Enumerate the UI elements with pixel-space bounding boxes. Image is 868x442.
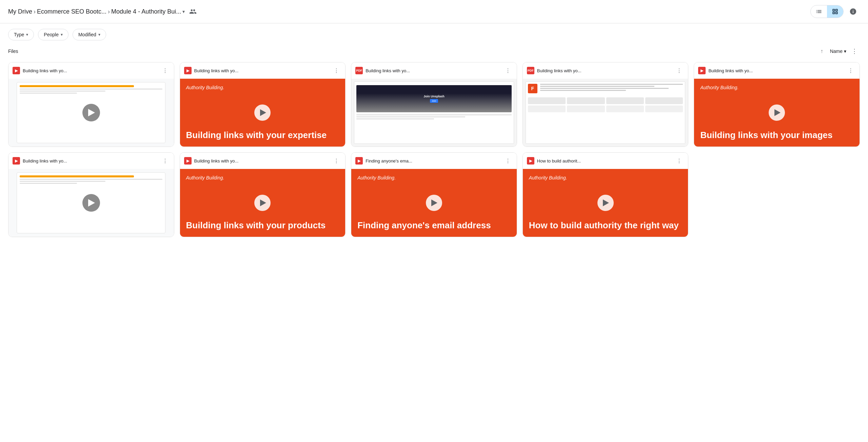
breadcrumb-ecommerce[interactable]: Ecommerce SEO Bootc... [37,8,106,15]
mockup-bar-6 [20,175,134,177]
file-card-1-header: ▶ Building links with yo... ⋮ [8,62,174,79]
play-triangle-icon-6 [88,199,95,207]
header: My Drive › Ecommerce SEO Bootc... › Modu… [0,0,868,23]
file-card-2[interactable]: ▶ Building links with yo... ⋮ Authority … [180,62,346,147]
file-card-4[interactable]: PDF Building links with yo... ⋮ F [522,62,689,147]
pdf-icon-3: PDF [355,67,363,74]
file-more-btn-4[interactable]: ⋮ [674,66,684,75]
file-more-btn-7[interactable]: ⋮ [332,156,341,166]
manage-people-button[interactable] [186,5,200,18]
mockup-line-shorter [20,93,77,94]
breadcrumb-my-drive[interactable]: My Drive [8,8,32,15]
file-card-6[interactable]: ▶ Building links with yo... ⋮ [8,152,174,237]
thumb-title-7: Building links with your products [186,220,339,231]
file-thumbnail-7: Authority Building. Building links with … [180,169,346,237]
sort-name-arrow: ▾ [844,49,846,54]
file-card-9-header: ▶ How to build authorit... ⋮ [523,153,688,169]
play-overlay-5 [769,104,785,121]
file-title-5: Building links with yo... [708,68,753,73]
file-more-btn-1[interactable]: ⋮ [160,66,170,75]
thumb-orange-9: Authority Building. How to build authori… [523,169,688,237]
thumb-screenshot-1 [8,79,174,147]
authority-label-8: Authority Building. [357,175,511,180]
file-thumbnail-4: F [523,79,688,147]
files-grid: ▶ Building links with yo... ⋮ [8,62,860,237]
file-more-btn-3[interactable]: ⋮ [503,66,513,75]
file-title-4: Building links with yo... [537,68,581,73]
modified-filter[interactable]: Modified ▾ [73,29,106,40]
play-triangle-icon [88,109,95,116]
authority-label-9: Authority Building. [529,175,682,180]
file-card-3[interactable]: PDF Building links with yo... ⋮ Join Uns… [351,62,517,147]
file-more-btn-5[interactable]: ⋮ [846,66,855,75]
file-card-6-title-row: ▶ Building links with yo... [13,157,67,165]
file-title-1: Building links with yo... [23,68,67,73]
files-more-options-button[interactable]: ⋮ [849,46,860,57]
file-card-8[interactable]: ▶ Finding anyone's ema... ⋮ Authority Bu… [351,152,517,237]
grid-icon [832,8,839,15]
file-card-1[interactable]: ▶ Building links with yo... ⋮ [8,62,174,147]
file-more-btn-9[interactable]: ⋮ [674,156,684,166]
file-thumbnail-1 [8,79,174,147]
people-filter[interactable]: People ▾ [38,29,68,40]
grid-view-button[interactable] [827,5,843,18]
sort-controls: ↑ Name ▾ ⋮ [816,46,860,57]
people-filter-label: People [44,32,59,37]
file-title-7: Building links with yo... [194,158,239,164]
file-card-6-header: ▶ Building links with yo... ⋮ [8,153,174,169]
thumb-orange-7: Authority Building. Building links with … [180,169,346,237]
thumb-screenshot-6 [8,169,174,237]
breadcrumb-sep-1: › [34,8,36,15]
type-filter[interactable]: Type ▾ [8,29,34,40]
file-title-6: Building links with yo... [23,158,67,164]
play-overlay-2 [254,104,271,121]
play-overlay-1 [82,104,100,121]
thumb-title-2: Building links with your expertise [186,130,339,140]
file-thumbnail-5: Authority Building. Building links with … [694,79,860,147]
file-card-8-title-row: ▶ Finding anyone's ema... [355,157,412,165]
play-triangle-icon-9 [603,199,609,206]
thumb-orange-2: Authority Building. Building links with … [180,79,346,147]
file-more-btn-2[interactable]: ⋮ [332,66,341,75]
file-card-4-header: PDF Building links with yo... ⋮ [523,62,688,79]
file-card-9[interactable]: ▶ How to build authorit... ⋮ Authority B… [522,152,689,237]
file-title-2: Building links with yo... [194,68,239,73]
pdf-screenshot-3: Join Unsplash Join [356,85,512,112]
files-label: Files [8,49,18,54]
play-overlay-6 [82,194,100,212]
sort-direction-button[interactable]: ↑ [816,46,827,57]
list-icon [815,8,822,15]
pdf-join-mockup: Join Unsplash Join [356,85,512,112]
thumb-orange-8: Authority Building. Finding anyone's ema… [351,169,517,237]
mockup-line-6 [20,179,162,180]
file-card-5[interactable]: ▶ Building links with yo... ⋮ Authority … [694,62,860,147]
file-card-4-title-row: PDF Building links with yo... [527,67,581,74]
file-card-8-header: ▶ Finding anyone's ema... ⋮ [351,153,517,169]
file-more-btn-8[interactable]: ⋮ [503,156,513,166]
play-triangle-icon-7 [260,199,266,206]
type-filter-label: Type [14,32,24,37]
breadcrumb-module-label: Module 4 - Authority Bui... [111,8,181,15]
file-more-btn-6[interactable]: ⋮ [160,156,170,166]
file-card-5-title-row: ▶ Building links with yo... [698,67,753,74]
play-triangle-icon-8 [431,199,437,206]
thumb-pdf-3: Join Unsplash Join [351,79,517,147]
list-view-button[interactable] [811,5,827,18]
file-thumbnail-3: Join Unsplash Join [351,79,517,147]
mockup-line-short [20,91,105,92]
mockup-bar [20,85,134,87]
authority-label-5: Authority Building. [700,85,853,90]
pdf-preview-4: F [526,81,686,144]
file-thumbnail-2: Authority Building. Building links with … [180,79,346,147]
view-toggle [810,5,844,18]
file-card-3-header: PDF Building links with yo... ⋮ [351,62,517,79]
video-icon-1: ▶ [13,67,20,74]
thumb-pdf-4: F [523,79,688,147]
sort-name-button[interactable]: Name ▾ [830,49,846,54]
breadcrumb-module[interactable]: Module 4 - Authority Bui... ▾ [111,8,185,15]
info-button[interactable] [846,5,860,18]
file-card-7[interactable]: ▶ Building links with yo... ⋮ Authority … [180,152,346,237]
play-overlay-8 [426,195,442,211]
play-triangle-icon-5 [774,109,781,116]
file-title-9: How to build authorit... [537,158,581,164]
